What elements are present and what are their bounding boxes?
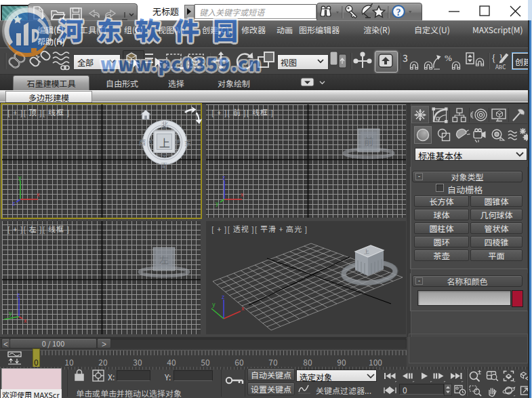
svg-text:70: 70 bbox=[268, 356, 278, 367]
svg-text:南: 南 bbox=[161, 160, 167, 170]
svg-text:y: y bbox=[9, 309, 12, 317]
svg-text:50: 50 bbox=[201, 356, 210, 367]
svg-text:上: 上 bbox=[159, 134, 170, 151]
svg-text:40: 40 bbox=[167, 356, 176, 367]
svg-text:z: z bbox=[17, 290, 20, 299]
svg-text:30: 30 bbox=[133, 356, 142, 367]
svg-text:{: { bbox=[491, 50, 496, 64]
svg-text:3: 3 bbox=[403, 51, 408, 64]
svg-text:80: 80 bbox=[303, 356, 312, 367]
svg-text:x: x bbox=[241, 304, 245, 313]
svg-text:西: 西 bbox=[139, 137, 146, 147]
svg-text:z: z bbox=[222, 292, 225, 301]
svg-text:x: x bbox=[37, 190, 40, 199]
svg-text:90: 90 bbox=[337, 356, 346, 367]
svg-text:10: 10 bbox=[64, 356, 74, 367]
svg-text:y: y bbox=[18, 173, 22, 182]
svg-text:y: y bbox=[216, 199, 219, 207]
svg-text:z: z bbox=[12, 199, 16, 207]
svg-text:ABC: ABC bbox=[495, 63, 506, 71]
svg-text:前: 前 bbox=[364, 134, 373, 148]
svg-text:z: z bbox=[222, 173, 226, 182]
svg-text:x: x bbox=[241, 190, 244, 199]
svg-text:东: 东 bbox=[184, 138, 191, 148]
svg-text:上: 上 bbox=[364, 247, 370, 255]
svg-text:?: ? bbox=[396, 5, 401, 18]
svg-text:左: 左 bbox=[159, 253, 169, 266]
svg-text:100: 100 bbox=[369, 356, 382, 367]
svg-text:y: y bbox=[212, 300, 216, 309]
svg-text:60: 60 bbox=[234, 356, 244, 367]
svg-text:x: x bbox=[24, 316, 27, 325]
svg-text:%: % bbox=[445, 51, 452, 64]
svg-text:20: 20 bbox=[98, 356, 108, 367]
